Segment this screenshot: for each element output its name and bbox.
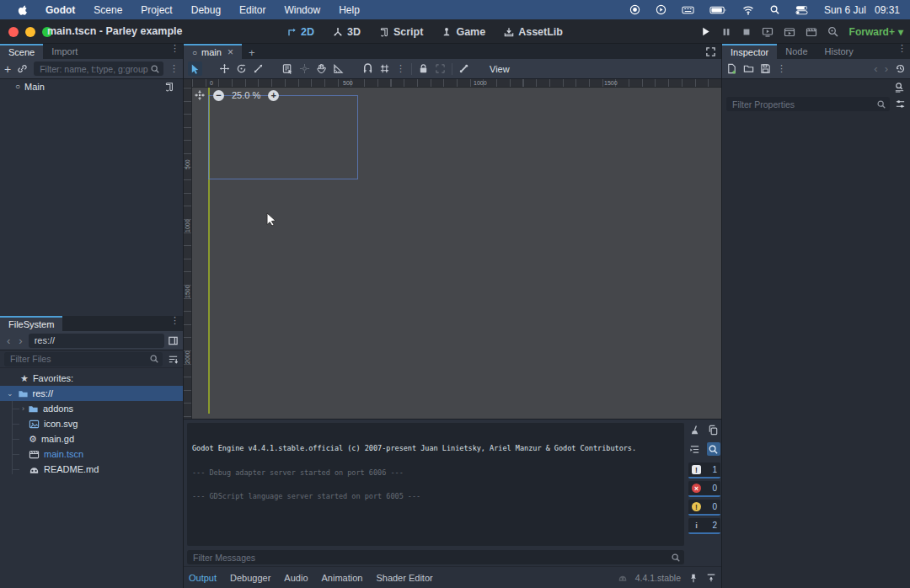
save-resource-icon[interactable] xyxy=(760,63,771,74)
battery-icon[interactable] xyxy=(702,5,735,15)
tab-scene[interactable]: Scene xyxy=(0,44,43,59)
history-forward-icon[interactable]: › xyxy=(885,62,888,75)
center-view-icon[interactable] xyxy=(194,89,206,101)
menu-app-godot[interactable]: Godot xyxy=(36,4,84,16)
tab-filesystem[interactable]: FileSystem xyxy=(0,316,62,331)
scale-mode-button[interactable] xyxy=(253,63,264,74)
move-mode-button[interactable] xyxy=(219,63,230,74)
attached-script-icon[interactable] xyxy=(164,82,174,92)
copy-log-icon[interactable] xyxy=(708,425,719,436)
skeleton-options-button[interactable] xyxy=(458,63,469,74)
scene-tab-main[interactable]: ○ main × xyxy=(184,44,242,59)
file-row-icon-svg[interactable]: icon.svg xyxy=(0,416,183,431)
zoom-out-button[interactable]: − xyxy=(213,90,224,101)
minimize-window-button[interactable] xyxy=(25,27,35,37)
movie-maker-button[interactable] xyxy=(827,26,839,38)
clear-log-icon[interactable] xyxy=(690,425,701,436)
zoom-reset-button[interactable]: 25.0 % xyxy=(232,90,260,100)
expand-bottom-panel-icon[interactable] xyxy=(706,573,716,583)
play-scene-button[interactable] xyxy=(784,26,795,38)
menu-debug[interactable]: Debug xyxy=(182,4,230,16)
menu-help[interactable]: Help xyxy=(329,4,369,16)
view-menu-button[interactable]: View xyxy=(490,64,510,74)
ruler-mode-button[interactable] xyxy=(333,63,344,74)
output-log[interactable]: Godot Engine v4.4.1.stable.official (c) … xyxy=(187,423,684,546)
renderer-dropdown[interactable]: Forward+▾ xyxy=(849,26,903,38)
2d-viewport[interactable]: 0 500 1000 1500 500 1000 1500 2000 − 25.… xyxy=(184,79,721,419)
rotate-mode-button[interactable] xyxy=(236,63,247,74)
workspace-3d[interactable]: 3D xyxy=(333,26,361,38)
filter-properties-input[interactable] xyxy=(726,97,890,111)
resource-options-icon[interactable]: ⋮ xyxy=(777,66,786,72)
tab-node[interactable]: Node xyxy=(777,44,816,59)
menu-scene[interactable]: Scene xyxy=(84,4,131,16)
toggle-errors-badge[interactable]: × 0 xyxy=(688,481,720,497)
snap-options-menu-icon[interactable]: ⋮ xyxy=(396,66,405,72)
distraction-free-icon[interactable] xyxy=(705,46,716,57)
remote-debug-button[interactable] xyxy=(762,26,774,38)
workspace-assetlib[interactable]: AssetLib xyxy=(504,26,563,38)
smart-snap-toggle[interactable] xyxy=(362,63,373,74)
menu-editor[interactable]: Editor xyxy=(230,4,275,16)
load-resource-icon[interactable] xyxy=(743,63,754,74)
file-row-res[interactable]: ⌄ res:// xyxy=(0,386,183,401)
bottom-tab-animation[interactable]: Animation xyxy=(322,573,363,583)
toggle-split-mode-icon[interactable] xyxy=(168,335,179,346)
pan-mode-button[interactable] xyxy=(316,63,327,74)
path-input[interactable] xyxy=(29,334,164,348)
toggle-messages-badge[interactable]: ! 1 xyxy=(688,462,720,478)
lock-selected-button[interactable] xyxy=(418,63,429,74)
scene-node-main[interactable]: ○ Main xyxy=(0,79,183,94)
wifi-icon[interactable] xyxy=(735,5,762,15)
file-row-main-tscn[interactable]: main.tscn xyxy=(0,446,183,462)
file-row-addons[interactable]: › addons xyxy=(0,401,183,416)
scene-panel-menu-icon[interactable]: ⋮ xyxy=(170,45,179,51)
bottom-tab-output[interactable]: Output xyxy=(189,573,217,583)
nav-back-icon[interactable]: ‹ xyxy=(4,334,13,347)
menubar-date[interactable]: Sun 6 Jul xyxy=(816,4,866,16)
menubar-time[interactable]: 09:31 xyxy=(866,4,900,16)
workspace-2d[interactable]: 2D xyxy=(286,26,314,38)
collapse-duplicates-icon[interactable] xyxy=(689,442,700,456)
instance-scene-button[interactable] xyxy=(17,63,28,74)
filter-messages-input[interactable] xyxy=(187,550,684,564)
edit-history-icon[interactable] xyxy=(895,63,906,74)
workspace-script[interactable]: Script xyxy=(379,26,423,38)
stop-button[interactable] xyxy=(741,27,752,37)
toggle-warnings-badge[interactable]: ! 0 xyxy=(688,500,720,516)
zoom-in-button[interactable]: + xyxy=(268,90,279,101)
filesystem-menu-icon[interactable]: ⋮ xyxy=(170,318,179,323)
nav-forward-icon[interactable]: › xyxy=(16,334,24,347)
show-search-icon[interactable] xyxy=(707,442,720,456)
tab-history[interactable]: History xyxy=(816,44,862,59)
workspace-game[interactable]: Game xyxy=(442,26,485,38)
file-row-readme[interactable]: README.md xyxy=(0,462,183,477)
inspector-menu-icon[interactable]: ⋮ xyxy=(897,45,907,51)
pivot-mode-button[interactable] xyxy=(299,63,310,74)
property-filter-options-icon[interactable] xyxy=(895,99,906,110)
record-status-icon[interactable] xyxy=(622,4,648,15)
apple-menu-icon[interactable] xyxy=(10,4,36,16)
new-resource-icon[interactable] xyxy=(726,63,737,74)
close-scene-tab-icon[interactable]: × xyxy=(228,46,233,58)
group-selected-button[interactable] xyxy=(435,63,446,74)
bottom-tab-debugger[interactable]: Debugger xyxy=(230,573,270,583)
filter-files-input[interactable] xyxy=(4,352,163,366)
add-node-button[interactable]: + xyxy=(4,62,11,76)
keyboard-icon[interactable] xyxy=(674,5,702,15)
history-back-icon[interactable]: ‹ xyxy=(874,62,877,75)
bottom-tab-shader-editor[interactable]: Shader Editor xyxy=(376,573,432,583)
pause-button[interactable] xyxy=(721,27,731,37)
list-select-button[interactable] xyxy=(282,63,293,74)
grid-snap-toggle[interactable] xyxy=(379,63,390,74)
bottom-tab-audio[interactable]: Audio xyxy=(284,573,308,583)
select-mode-button[interactable] xyxy=(188,61,202,76)
scene-tree-menu-icon[interactable]: ⋮ xyxy=(169,66,179,72)
tab-inspector[interactable]: Inspector xyxy=(722,44,777,59)
spotlight-search-icon[interactable] xyxy=(762,4,788,15)
play-button[interactable] xyxy=(700,26,711,37)
tab-import[interactable]: Import xyxy=(43,44,86,59)
play-custom-scene-button[interactable] xyxy=(806,26,817,38)
file-row-main-gd[interactable]: ⚙ main.gd xyxy=(0,431,183,446)
control-center-icon[interactable] xyxy=(788,5,816,15)
